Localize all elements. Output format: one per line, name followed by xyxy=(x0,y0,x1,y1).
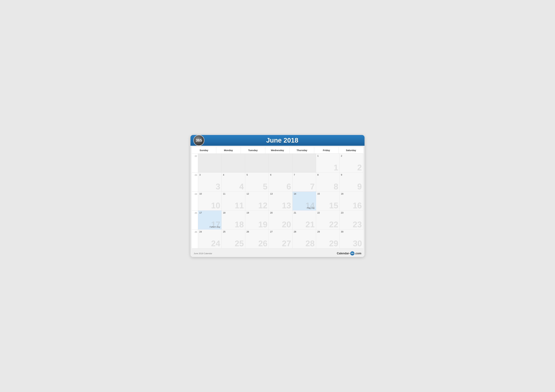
day-header-monday: Monday xyxy=(216,147,241,153)
calendar-body: Sunday Monday Tuesday Wednesday Thursday… xyxy=(192,147,363,249)
day-cell-13-w2[interactable]: 1313 xyxy=(269,192,292,211)
day-cell-29-w4[interactable]: 2929 xyxy=(316,229,340,249)
day-watermark-30: 30 xyxy=(353,239,362,248)
day-number-15: 15 xyxy=(317,192,338,195)
footer-logo: Calendar- 365 .com xyxy=(337,251,361,256)
event-label-14: Flag Day xyxy=(307,207,315,209)
day-number-22: 22 xyxy=(317,212,338,214)
footer-logo-text-left: Calendar- xyxy=(337,252,350,255)
day-cell-18-w3[interactable]: 1818 xyxy=(222,211,245,229)
day-watermark-4: 4 xyxy=(239,182,244,191)
day-number-30: 30 xyxy=(341,230,362,233)
day-cell-8-w1[interactable]: 88 xyxy=(316,173,340,192)
day-cell-empty-w0[interactable] xyxy=(222,154,245,173)
day-number-28: 28 xyxy=(294,230,315,233)
day-watermark-20: 20 xyxy=(282,220,291,228)
day-watermark-6: 6 xyxy=(286,182,291,191)
day-cell-17-w3[interactable]: 1717Father's Day xyxy=(198,211,222,229)
day-number-23: 23 xyxy=(341,212,362,214)
day-watermark-22: 22 xyxy=(329,220,338,228)
day-cell-6-w1[interactable]: 66 xyxy=(269,173,292,192)
day-watermark-3: 3 xyxy=(216,182,220,191)
day-cell-empty-w0[interactable] xyxy=(292,154,316,173)
day-number-16: 16 xyxy=(341,192,362,195)
day-cell-19-w3[interactable]: 1919 xyxy=(245,211,269,229)
day-cell-24-w4[interactable]: 2424 xyxy=(198,229,222,249)
day-cell-7-w1[interactable]: 77 xyxy=(292,173,316,192)
week-number-4: 26 xyxy=(192,229,198,249)
day-number-24: 24 xyxy=(199,230,220,233)
week-number-3: 25 xyxy=(192,211,198,229)
day-header-friday: Friday xyxy=(314,147,339,153)
day-number-27: 27 xyxy=(270,230,291,233)
footer-logo-text-right: .com xyxy=(355,252,361,255)
day-watermark-25: 25 xyxy=(235,239,244,248)
calendar-footer: June 2018 Calendar Calendar- 365 .com xyxy=(190,250,365,257)
day-cell-16-w2[interactable]: 1616 xyxy=(340,192,363,211)
days-header: Sunday Monday Tuesday Wednesday Thursday… xyxy=(192,147,363,154)
day-cell-1-w0[interactable]: 11 xyxy=(316,154,340,173)
day-header-thursday: Thursday xyxy=(290,147,314,153)
day-watermark-2: 2 xyxy=(357,164,362,172)
day-number-6: 6 xyxy=(270,174,291,176)
day-cell-9-w1[interactable]: 99 xyxy=(340,173,363,192)
day-number-1: 1 xyxy=(317,155,338,157)
day-watermark-27: 27 xyxy=(282,239,291,248)
day-cell-10-w2[interactable]: 1010 xyxy=(198,192,222,211)
day-cell-20-w3[interactable]: 2020 xyxy=(269,211,292,229)
day-number-10: 10 xyxy=(199,192,220,195)
day-number-11: 11 xyxy=(223,192,244,195)
day-watermark-5: 5 xyxy=(263,182,268,191)
day-number-20: 20 xyxy=(270,212,291,214)
day-number-29: 29 xyxy=(317,230,338,233)
week-number-1: 23 xyxy=(192,173,198,192)
day-watermark-18: 18 xyxy=(235,220,244,228)
day-number-4: 4 xyxy=(223,174,244,176)
day-number-13: 13 xyxy=(270,192,291,195)
day-cell-empty-w0[interactable] xyxy=(245,154,269,173)
day-number-19: 19 xyxy=(247,212,267,214)
calendar-title: June 2018 xyxy=(195,136,360,144)
day-cell-empty-w0[interactable] xyxy=(198,154,222,173)
day-watermark-1: 1 xyxy=(334,164,338,172)
day-cell-26-w4[interactable]: 2626 xyxy=(245,229,269,249)
day-watermark-10: 10 xyxy=(211,201,220,210)
day-number-26: 26 xyxy=(247,230,267,233)
day-cell-14-w2[interactable]: 1414Flag Day xyxy=(292,192,316,211)
day-cell-22-w3[interactable]: 2222 xyxy=(316,211,340,229)
day-cell-30-w4[interactable]: 3030 xyxy=(340,229,363,249)
day-watermark-16: 16 xyxy=(353,201,362,210)
calendar-grid: 2211222333445566778899241010111112121313… xyxy=(192,154,363,249)
day-cell-11-w2[interactable]: 1111 xyxy=(222,192,245,211)
day-cell-12-w2[interactable]: 1212 xyxy=(245,192,269,211)
day-watermark-9: 9 xyxy=(357,182,362,191)
day-cell-23-w3[interactable]: 2323 xyxy=(340,211,363,229)
day-number-2: 2 xyxy=(341,155,362,157)
day-header-sunday: Sunday xyxy=(192,147,216,153)
day-cell-2-w0[interactable]: 22 xyxy=(340,154,363,173)
day-cell-25-w4[interactable]: 2525 xyxy=(222,229,245,249)
footer-left-text: June 2018 Calendar xyxy=(194,252,212,255)
day-cell-5-w1[interactable]: 55 xyxy=(245,173,269,192)
day-watermark-13: 13 xyxy=(282,201,291,210)
event-label-17: Father's Day xyxy=(210,226,220,228)
day-cell-empty-w0[interactable] xyxy=(269,154,292,173)
footer-logo-badge: 365 xyxy=(350,251,354,256)
day-watermark-23: 23 xyxy=(353,220,362,228)
day-watermark-21: 21 xyxy=(306,220,315,228)
day-cell-4-w1[interactable]: 44 xyxy=(222,173,245,192)
calendar-container: 365 June 2018 Sunday Monday Tuesday Wedn… xyxy=(190,135,365,257)
day-cell-3-w1[interactable]: 33 xyxy=(198,173,222,192)
day-watermark-19: 19 xyxy=(258,220,268,228)
day-number-7: 7 xyxy=(294,174,315,176)
day-number-21: 21 xyxy=(294,212,315,214)
day-header-tuesday: Tuesday xyxy=(241,147,265,153)
day-cell-21-w3[interactable]: 2121 xyxy=(292,211,316,229)
day-number-25: 25 xyxy=(223,230,244,233)
day-cell-28-w4[interactable]: 2828 xyxy=(292,229,316,249)
day-watermark-11: 11 xyxy=(235,201,244,210)
day-watermark-15: 15 xyxy=(329,201,338,210)
day-cell-27-w4[interactable]: 2727 xyxy=(269,229,292,249)
day-number-3: 3 xyxy=(199,174,220,176)
day-cell-15-w2[interactable]: 1515 xyxy=(316,192,340,211)
